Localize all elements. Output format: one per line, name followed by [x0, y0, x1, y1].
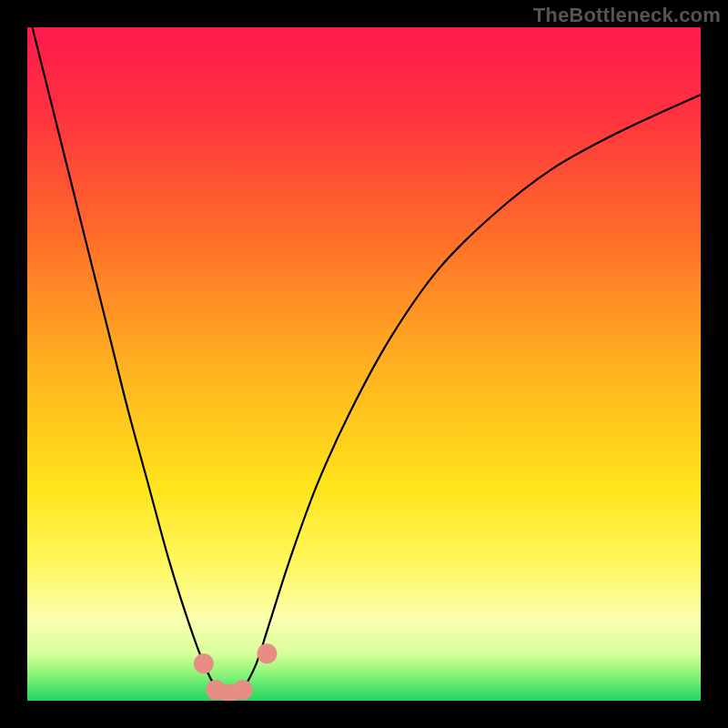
plot-svg	[27, 27, 701, 701]
watermark-text: TheBottleneck.com	[533, 4, 721, 27]
gradient-background	[27, 27, 701, 701]
optimum-marker	[257, 643, 277, 663]
plot-area	[27, 27, 701, 701]
optimum-marker	[233, 680, 253, 700]
chart-frame: TheBottleneck.com	[0, 0, 728, 728]
optimum-marker	[194, 653, 214, 673]
